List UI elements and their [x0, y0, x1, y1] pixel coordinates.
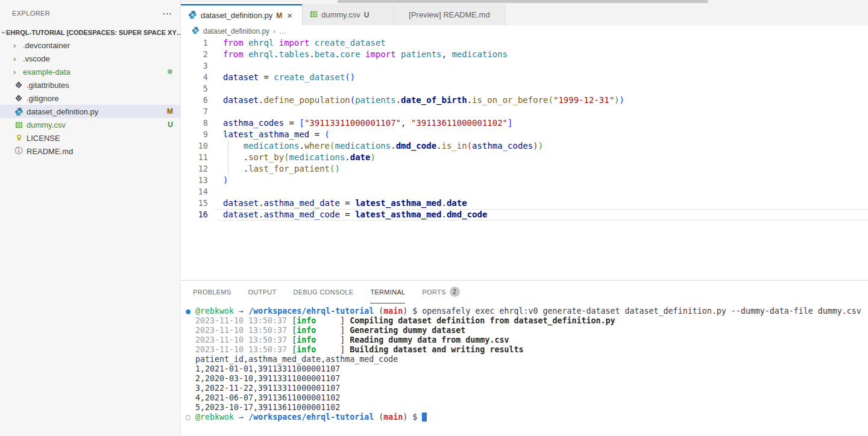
explorer-title: EXPLORER — [12, 10, 162, 17]
panel-tab-label: PORTS — [422, 288, 445, 296]
code-line-4[interactable]: 4dataset = create_dataset() — [181, 72, 868, 83]
explorer-more-actions-icon[interactable]: ⋯ — [162, 8, 172, 19]
file-item-example-data[interactable]: ›example-data — [0, 65, 180, 78]
code-line-12[interactable]: 12 .last_for_patient() — [181, 163, 868, 175]
breadcrumb-separator: › — [273, 27, 275, 36]
panel-tab-output[interactable]: OUTPUT — [248, 281, 277, 304]
tab-dataset-definition.py[interactable]: dataset_definition.pyM× — [181, 4, 303, 25]
info-icon: ⓘ — [15, 146, 23, 157]
file-item-.devcontainer[interactable]: ›.devcontainer — [0, 39, 180, 52]
code-line-10[interactable]: 10 medications.where(medications.dmd_cod… — [181, 140, 868, 152]
panel-tab-label: TERMINAL — [370, 288, 405, 296]
terminal-line: 2023-11-10 13:50:37 [info ] Reading dumm… — [186, 335, 868, 345]
python-icon — [188, 10, 197, 19]
panel-tab-ports[interactable]: PORTS2 — [422, 281, 459, 304]
terminal-line: 2023-11-10 13:50:37 [info ] Generating d… — [186, 326, 868, 335]
terminal-line: 4,2021-06-07,39113611000001102 — [186, 393, 868, 403]
tab--Preview--README.md[interactable]: [Preview] README.md — [394, 4, 505, 25]
explorer-root-folder[interactable]: › EHRQL-TUTORIAL [CODESPACES: SUPER SPAC… — [0, 26, 180, 39]
chevron-right-icon: › — [13, 67, 23, 76]
tab-dummy.csv[interactable]: dummy.csvU — [303, 4, 394, 25]
line-number: 5 — [181, 83, 216, 95]
tab-dirty-badge: U — [364, 11, 370, 19]
python-icon — [192, 26, 200, 34]
chevron-right-icon: › — [13, 41, 23, 50]
editor-group: dataset_definition.pyM×dummy.csvU[Previe… — [181, 0, 868, 436]
file-item-LICENSE[interactable]: LICENSE — [0, 131, 180, 145]
file-item-label: README.md — [27, 147, 180, 156]
file-item-dummy.csv[interactable]: dummy.csvU — [0, 118, 180, 131]
line-number: 3 — [181, 60, 216, 72]
chevron-right-icon: › — [13, 54, 23, 63]
file-item-.gitattributes[interactable]: .gitattributes — [0, 78, 180, 92]
code-line-16[interactable]: 16dataset.asthma_med_code = latest_asthm… — [181, 209, 868, 220]
file-item-label: dummy.csv — [27, 120, 180, 129]
breadcrumb-more[interactable]: … — [279, 27, 286, 36]
line-number: 13 — [181, 175, 216, 186]
line-number: 14 — [181, 186, 216, 198]
file-item-dataset-definition.py[interactable]: dataset_definition.pyM — [0, 105, 180, 118]
file-item-label: example-data — [23, 67, 180, 76]
file-item-label: .vscode — [23, 54, 180, 63]
git-status-badge: U — [168, 120, 173, 129]
git-changes-dot-badge — [168, 69, 172, 74]
line-number: 11 — [181, 152, 216, 163]
panel-tab-terminal[interactable]: TERMINAL — [370, 281, 405, 304]
line-number: 10 — [181, 140, 216, 152]
panel-tab-problems[interactable]: PROBLEMS — [193, 281, 231, 304]
code-editor[interactable]: 1from ehrql import create_dataset2from e… — [181, 37, 868, 280]
code-line-1[interactable]: 1from ehrql import create_dataset — [181, 37, 868, 49]
tab-label: dummy.csv — [321, 10, 360, 19]
file-item-README.md[interactable]: ⓘREADME.md — [0, 145, 180, 158]
license-ribbon-icon — [15, 134, 23, 142]
code-line-7[interactable]: 7 — [181, 106, 868, 117]
code-line-15[interactable]: 15dataset.asthma_med_date = latest_asthm… — [181, 198, 868, 209]
file-item-.vscode[interactable]: ›.vscode — [0, 52, 180, 65]
tab-dirty-badge: M — [276, 11, 282, 20]
line-number: 9 — [181, 129, 216, 140]
terminal-line: 2023-11-10 13:50:37 [info ] Building dat… — [186, 345, 868, 355]
terminal-line: patient_id,asthma_med_date,asthma_med_co… — [186, 355, 868, 364]
panel-tab-bar: PROBLEMSOUTPUTDEBUG CONSOLETERMINALPORTS… — [181, 281, 868, 304]
git-icon — [14, 94, 23, 102]
indent-guide — [228, 163, 228, 175]
ports-count-badge: 2 — [450, 287, 460, 297]
file-item-label: .gitignore — [27, 94, 180, 103]
line-number: 16 — [181, 209, 216, 220]
indent-guide — [228, 152, 228, 163]
line-number: 6 — [181, 95, 216, 106]
code-line-14[interactable]: 14 — [181, 186, 868, 198]
file-item-.gitignore[interactable]: .gitignore — [0, 92, 180, 105]
code-line-8[interactable]: 8asthma_codes = ["39113311000001107", "3… — [181, 117, 868, 129]
tabbar-scrollbar[interactable] — [338, 0, 708, 3]
line-number: 8 — [181, 117, 216, 129]
breadcrumb: dataset_definition.py › … — [181, 25, 868, 37]
code-line-3[interactable]: 3 — [181, 60, 868, 72]
code-line-6[interactable]: 6dataset.define_population(patients.date… — [181, 95, 868, 106]
csv-table-icon — [310, 10, 318, 18]
terminal-line: 2023-11-10 13:50:37 [info ] Compiling da… — [186, 316, 868, 326]
line-number: 12 — [181, 163, 216, 175]
code-line-5[interactable]: 5 — [181, 83, 868, 95]
bottom-panel: PROBLEMSOUTPUTDEBUG CONSOLETERMINALPORTS… — [181, 280, 868, 436]
git-icon — [14, 81, 23, 89]
code-line-2[interactable]: 2from ehrql.tables.beta.core import pati… — [181, 49, 868, 60]
chevron-down-icon: › — [0, 31, 8, 34]
python-icon — [14, 107, 24, 116]
terminal-line: 2,2020-03-10,39113311000001107 — [186, 374, 868, 384]
terminal-line: 3,2022-11-22,39113311000001107 — [186, 384, 868, 393]
panel-tab-debug-console[interactable]: DEBUG CONSOLE — [294, 281, 354, 304]
close-icon[interactable]: × — [287, 10, 292, 20]
indent-guide — [228, 140, 228, 152]
root-folder-label: EHRQL-TUTORIAL [CODESPACES: SUPER SPACE … — [6, 29, 180, 36]
terminal[interactable]: ● @rebkwok → /workspaces/ehrql-tutorial … — [181, 304, 868, 436]
code-line-9[interactable]: 9latest_asthma_med = ( — [181, 129, 868, 140]
file-item-label: dataset_definition.py — [27, 107, 180, 116]
panel-tab-label: DEBUG CONSOLE — [294, 288, 354, 296]
code-line-11[interactable]: 11 .sort_by(medications.date) — [181, 152, 868, 163]
code-line-13[interactable]: 13) — [181, 175, 868, 186]
terminal-line: ● @rebkwok → /workspaces/ehrql-tutorial … — [186, 307, 868, 316]
git-status-badge: M — [167, 107, 173, 116]
line-number: 7 — [181, 106, 216, 117]
breadcrumb-file[interactable]: dataset_definition.py — [203, 27, 269, 36]
